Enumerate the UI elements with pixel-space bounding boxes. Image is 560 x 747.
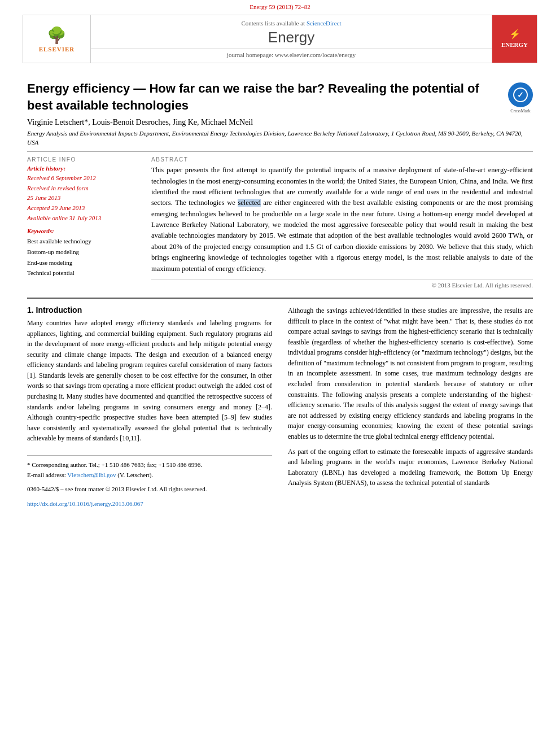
footnote-email-name: (V. Letschert). bbox=[117, 471, 153, 478]
footnote-divider bbox=[27, 455, 272, 456]
article-main: ✓ CrossMark Energy efficiency — How far … bbox=[0, 67, 560, 514]
authors-line: Virginie Letschert*, Louis-Benoit Desroc… bbox=[27, 118, 533, 127]
selected-highlight: selected bbox=[238, 199, 260, 207]
copyright-line: © 2013 Elsevier Ltd. All rights reserved… bbox=[151, 279, 533, 289]
abstract-text: This paper presents the first attempt to… bbox=[151, 165, 533, 274]
body-right-text-1: Although the savings achieved/identified… bbox=[288, 305, 533, 442]
abstract-section-label: ABSTRACT bbox=[151, 156, 533, 163]
keyword-2: Bottom-up modeling bbox=[27, 247, 140, 257]
crossmark-badge[interactable]: ✓ CrossMark bbox=[508, 82, 533, 113]
elsevier-tree-icon: 🌳 bbox=[39, 26, 75, 45]
received-revised-date: 25 June 2013 bbox=[27, 193, 140, 203]
footnote-email-link[interactable]: Vletschert@lbl.gov bbox=[67, 471, 116, 478]
doi-line: http://dx.doi.org/10.1016/j.energy.2013.… bbox=[27, 499, 272, 509]
crossmark-label: CrossMark bbox=[508, 108, 533, 113]
body-right-text-2: As part of the ongoing effort to estimat… bbox=[288, 447, 533, 488]
section1-heading: 1. Introduction bbox=[27, 305, 272, 314]
footnote-email-label: E-mail address: bbox=[27, 471, 66, 478]
body-right-col: Although the savings achieved/identified… bbox=[288, 305, 533, 509]
body-two-col: 1. Introduction Many countries have adop… bbox=[27, 305, 533, 509]
body-left-text: Many countries have adopted energy effic… bbox=[27, 318, 272, 444]
energy-label: ENERGY bbox=[501, 41, 528, 48]
citation-text: Energy 59 (2013) 72–82 bbox=[250, 3, 310, 10]
abstract-col: ABSTRACT This paper presents the first a… bbox=[151, 156, 533, 289]
homepage-text: journal homepage: www.elsevier.com/locat… bbox=[227, 51, 356, 58]
article-info-abstract-row: ARTICLE INFO Article history: Received 6… bbox=[27, 156, 533, 289]
keywords-label: Keywords: bbox=[27, 228, 140, 234]
energy-logo-box: ⚡ ENERGY bbox=[492, 15, 537, 63]
journal-header: 🌳 ELSEVIER Contents lists available at S… bbox=[23, 15, 537, 63]
footnote-corresponding: * Corresponding author. Tel.; +1 510 486… bbox=[27, 460, 272, 470]
citation-bar: Energy 59 (2013) 72–82 bbox=[0, 0, 560, 11]
keyword-1: Best available technology bbox=[27, 236, 140, 247]
energy-brand-label: ⚡ ENERGY bbox=[499, 27, 530, 51]
contents-text: Contents lists available at bbox=[241, 20, 305, 27]
keyword-4: Technical potential bbox=[27, 268, 140, 278]
article-divider-1 bbox=[27, 151, 533, 152]
article-info-section-label: ARTICLE INFO bbox=[27, 156, 140, 163]
journal-homepage: journal homepage: www.elsevier.com/locat… bbox=[91, 49, 492, 58]
body-divider bbox=[27, 298, 533, 299]
footnote-email-line: E-mail address: Vletschert@lbl.gov (V. L… bbox=[27, 470, 272, 480]
energy-logo-big: ⚡ bbox=[501, 29, 528, 41]
crossmark-circle: ✓ bbox=[508, 82, 533, 107]
article-history-label: Article history: bbox=[27, 165, 140, 172]
journal-name: Energy bbox=[268, 29, 314, 46]
crossmark-icon: ✓ bbox=[513, 88, 528, 102]
elsevier-label: ELSEVIER bbox=[39, 46, 75, 53]
accepted-line: Accepted 29 June 2013 bbox=[27, 203, 140, 213]
available-online-line: Available online 31 July 2013 bbox=[27, 213, 140, 224]
received-revised-label: Received in revised form bbox=[27, 184, 140, 194]
science-direct-line: Contents lists available at ScienceDirec… bbox=[241, 20, 341, 27]
received-line: Received 6 September 2012 bbox=[27, 173, 140, 184]
article-info-col: ARTICLE INFO Article history: Received 6… bbox=[27, 156, 140, 289]
elsevier-logo: 🌳 ELSEVIER bbox=[39, 26, 75, 53]
article-title: Energy efficiency — How far can we raise… bbox=[27, 80, 533, 113]
keyword-3: End-use modeling bbox=[27, 257, 140, 268]
svg-text:✓: ✓ bbox=[517, 90, 524, 99]
footnote-star-text: * Corresponding author. Tel.; +1 510 486… bbox=[27, 461, 202, 468]
journal-info-center: Contents lists available at ScienceDirec… bbox=[91, 15, 492, 63]
issn-text: 0360-5442/$ – see front matter © 2013 El… bbox=[27, 486, 207, 492]
doi-link[interactable]: http://dx.doi.org/10.1016/j.energy.2013.… bbox=[27, 500, 143, 507]
affiliation-text: Energy Analysis and Environmental Impact… bbox=[27, 129, 533, 147]
issn-line: 0360-5442/$ – see front matter © 2013 El… bbox=[27, 484, 272, 495]
body-left-col: 1. Introduction Many countries have adop… bbox=[27, 305, 272, 509]
science-direct-link[interactable]: ScienceDirect bbox=[307, 20, 342, 27]
elsevier-branding: 🌳 ELSEVIER bbox=[23, 15, 91, 63]
article-title-section: ✓ CrossMark Energy efficiency — How far … bbox=[27, 80, 533, 113]
authors-text: Virginie Letschert*, Louis-Benoit Desroc… bbox=[27, 118, 253, 126]
